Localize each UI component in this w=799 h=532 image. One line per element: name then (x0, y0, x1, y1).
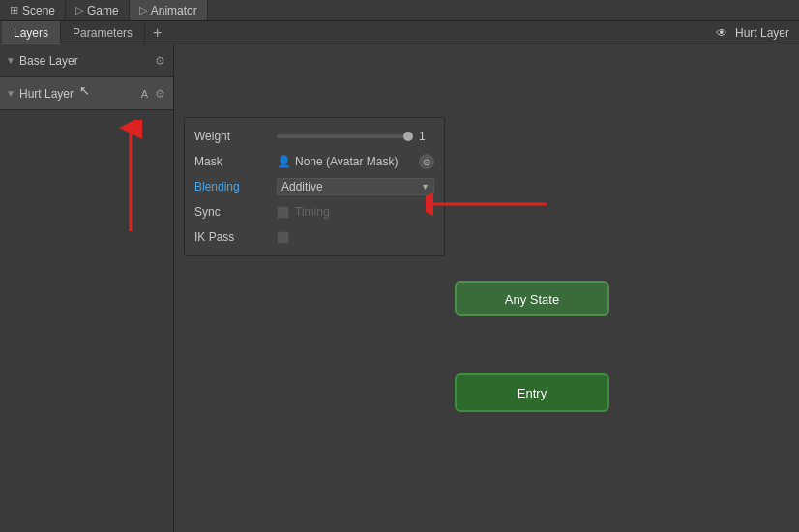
layer-settings-popup: Weight 1 Mask 👤 None (Avatar Mask) ⊙ Ble… (184, 117, 445, 256)
mask-person-icon: 👤 (277, 155, 291, 168)
weight-slider[interactable] (277, 134, 413, 138)
entry-node[interactable]: Entry (455, 373, 609, 412)
red-arrow-right (426, 192, 551, 216)
tab-parameters[interactable]: Parameters (61, 21, 145, 44)
ik-pass-checkbox[interactable] (277, 231, 289, 244)
game-label: Game (87, 4, 119, 17)
sync-row: Sync Timing (185, 199, 444, 224)
any-state-label: Any State (505, 292, 559, 307)
ik-pass-label: IK Pass (194, 230, 277, 244)
blending-row: Blending Additive ▼ (185, 174, 444, 199)
scene-label: Scene (22, 4, 55, 17)
blending-value: Additive (281, 180, 323, 193)
any-state-node[interactable]: Any State (455, 281, 609, 316)
blending-dropdown[interactable]: Additive ▼ (277, 178, 434, 195)
mask-pick-button[interactable]: ⊙ (419, 154, 434, 169)
weight-value: 1 (419, 130, 434, 143)
red-arrow-up (116, 120, 145, 236)
game-icon: ▷ (75, 4, 83, 16)
sync-checkbox[interactable] (277, 206, 289, 219)
hurt-layer-a-badge: A (141, 88, 148, 100)
sync-timing-label: Timing (295, 205, 330, 219)
scene-icon: ⊞ (10, 4, 18, 16)
sidebar: ▼ Base Layer ⚙ ▼ Hurt Layer ↖ A ⚙ (0, 44, 174, 532)
active-layer-label: 👁 Hurt Layer (706, 26, 799, 40)
ik-pass-row: IK Pass (185, 224, 444, 250)
tab-bar: Layers Parameters + 👁 Hurt Layer (0, 21, 799, 44)
canvas-area: Weight 1 Mask 👤 None (Avatar Mask) ⊙ Ble… (174, 44, 799, 532)
weight-label: Weight (194, 130, 277, 143)
add-layer-button[interactable]: + (145, 21, 169, 44)
weight-row: Weight 1 (185, 124, 444, 149)
animator-icon: ▷ (139, 4, 147, 16)
mask-label: Mask (194, 155, 277, 168)
hurt-layer-name: Hurt Layer (19, 87, 141, 101)
base-layer-name: Base Layer (19, 54, 152, 68)
eye-icon: 👁 (716, 26, 727, 40)
sidebar-item-hurt-layer[interactable]: ▼ Hurt Layer ↖ A ⚙ (0, 77, 173, 110)
blending-label: Blending (194, 180, 277, 193)
weight-slider-container[interactable]: 1 (277, 130, 434, 143)
mask-row: Mask 👤 None (Avatar Mask) ⊙ (185, 149, 444, 174)
sidebar-item-base-layer[interactable]: ▼ Base Layer ⚙ (0, 44, 173, 77)
entry-label: Entry (518, 386, 547, 400)
dropdown-arrow-icon: ▼ (421, 182, 429, 192)
animator-menu-item[interactable]: ▷ Animator (130, 0, 208, 20)
hurt-layer-settings-icon[interactable]: ⚙ (152, 86, 167, 102)
animator-label: Animator (151, 4, 197, 17)
game-menu-item[interactable]: ▷ Game (66, 0, 130, 20)
top-menu-bar: ⊞ Scene ▷ Game ▷ Animator (0, 0, 799, 21)
expand-icon: ▼ (6, 55, 17, 66)
main-area: ▼ Base Layer ⚙ ▼ Hurt Layer ↖ A ⚙ (0, 44, 799, 532)
weight-slider-thumb[interactable] (403, 132, 413, 141)
base-layer-settings-icon[interactable]: ⚙ (152, 53, 167, 69)
sync-label: Sync (194, 205, 277, 219)
tab-layers[interactable]: Layers (2, 21, 61, 44)
mask-value: None (Avatar Mask) (295, 155, 413, 168)
scene-menu-item[interactable]: ⊞ Scene (0, 0, 66, 20)
expand-icon-hurt: ▼ (6, 88, 17, 99)
